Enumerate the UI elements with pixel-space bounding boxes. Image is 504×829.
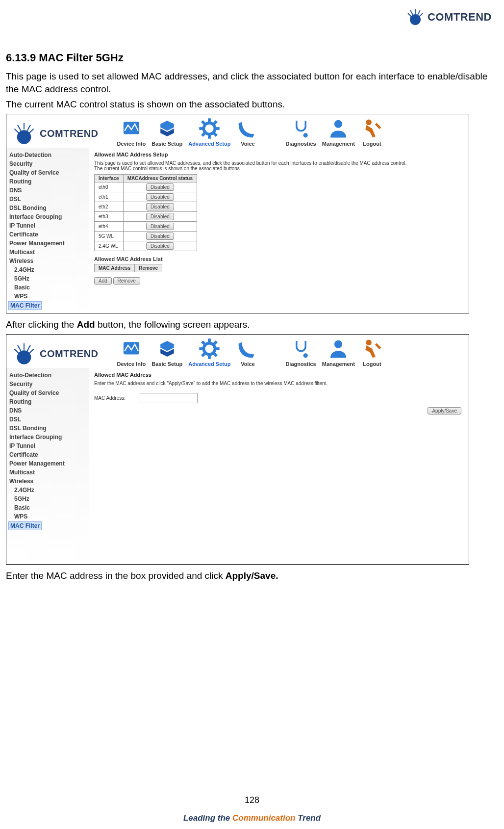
svg-line-40 (202, 353, 205, 356)
svg-line-38 (214, 353, 217, 356)
basic-setup-icon (156, 337, 178, 360)
top-nav: Device Info Basic Setup Advanced Setup V… (117, 337, 383, 367)
nav-device-info[interactable]: Device Info (117, 117, 146, 147)
svg-line-21 (202, 133, 205, 136)
nav-voice[interactable]: Voice (236, 337, 259, 367)
sidebar-item[interactable]: Multicast (8, 468, 87, 477)
app-header: COMTREND Device Info Basic Setup Advance… (6, 114, 469, 148)
nav-management[interactable]: Management (322, 337, 355, 367)
nav-logout[interactable]: Logout (361, 117, 383, 147)
sidebar-item[interactable]: WPS (8, 512, 87, 521)
sidebar-item[interactable]: DSL (8, 195, 87, 204)
nav-logout[interactable]: Logout (361, 337, 383, 367)
sidebar-item[interactable]: Certificate (8, 450, 87, 459)
sidebar-item-mac-filter[interactable]: MAC Filter (8, 301, 42, 310)
nav-diagnostics[interactable]: Diagnostics (285, 337, 316, 367)
remove-button[interactable]: Remove (113, 277, 140, 285)
status-button[interactable]: Disabled (146, 183, 174, 191)
sidebar-item[interactable]: Auto-Detection (8, 371, 87, 380)
sidebar-item[interactable]: Basic (8, 283, 87, 292)
sidebar-item[interactable]: Power Management (8, 459, 87, 468)
globe-icon (405, 7, 425, 27)
sidebar-item-mac-filter[interactable]: MAC Filter (8, 521, 42, 530)
diagnostics-icon (290, 117, 312, 140)
svg-line-39 (214, 341, 217, 344)
sidebar-item[interactable]: Quality of Service (8, 389, 87, 397)
sidebar-item[interactable]: Routing (8, 177, 87, 186)
sidebar-item[interactable]: 5GHz (8, 494, 87, 503)
nav-management[interactable]: Management (322, 117, 355, 147)
sidebar-item[interactable]: Wireless (8, 257, 87, 265)
sidebar-item[interactable]: 2.4GHz (8, 265, 87, 274)
sidebar-item[interactable]: 2.4GHz (8, 486, 87, 494)
mac-address-input[interactable] (140, 393, 198, 403)
th-status: MACAddress Control status (123, 174, 197, 182)
nav-voice[interactable]: Voice (236, 117, 259, 147)
logout-icon (361, 337, 383, 360)
sidebar-item[interactable]: Interface Grouping (8, 433, 87, 441)
management-icon (327, 337, 350, 360)
mac-address-label: MAC Address: (94, 395, 138, 401)
brand-text: COMTREND (428, 11, 492, 24)
nav-advanced-setup[interactable]: Advanced Setup (188, 337, 230, 367)
sidebar-item[interactable]: Quality of Service (8, 168, 87, 177)
apply-save-button[interactable]: Apply/Save (428, 407, 461, 414)
sidebar-item[interactable]: Security (8, 380, 87, 389)
table-row: 2.4G WLDisabled (95, 241, 197, 251)
app-brand: COMTREND (11, 121, 99, 147)
content-pane: Allowed MAC Address Enter the MAC addres… (89, 368, 469, 564)
nav-diagnostics[interactable]: Diagnostics (285, 117, 316, 147)
sidebar-item[interactable]: Certificate (8, 230, 87, 239)
svg-line-27 (29, 349, 33, 354)
sidebar-item[interactable]: Routing (8, 397, 87, 406)
sidebar: Auto-Detection Security Quality of Servi… (6, 368, 89, 564)
nav-basic-setup[interactable]: Basic Setup (151, 117, 182, 147)
list-heading: Allowed MAC Address List (94, 256, 464, 262)
nav-advanced-setup[interactable]: Advanced Setup (188, 117, 230, 147)
svg-line-11 (27, 125, 31, 131)
status-button[interactable]: Disabled (146, 233, 174, 240)
sidebar-item[interactable]: 5GHz (8, 274, 87, 283)
sidebar-item[interactable]: IP Tunnel (8, 441, 87, 450)
sidebar-item[interactable]: Power Management (8, 239, 87, 248)
table-row: 5G WLDisabled (95, 231, 197, 241)
advanced-setup-icon (198, 337, 221, 360)
nav-basic-setup[interactable]: Basic Setup (151, 337, 182, 367)
sidebar-item[interactable]: DNS (8, 406, 87, 415)
content-desc: This page is used to set allowed MAC add… (94, 160, 464, 166)
section-heading: 6.13.9 MAC Filter 5GHz (6, 52, 494, 64)
nav-device-info[interactable]: Device Info (117, 337, 146, 367)
mac-list-table: MAC AddressRemove (94, 264, 162, 272)
th-mac: MAC Address (95, 264, 135, 272)
globe-icon (11, 341, 37, 367)
brand-text: COMTREND (40, 348, 99, 360)
sidebar-item[interactable]: Interface Grouping (8, 212, 87, 221)
sidebar-item[interactable]: DNS (8, 186, 87, 195)
sidebar-item[interactable]: Auto-Detection (8, 151, 87, 159)
status-button[interactable]: Disabled (146, 213, 174, 220)
sidebar-item[interactable]: WPS (8, 292, 87, 301)
svg-point-42 (334, 340, 342, 348)
table-row: eth1Disabled (95, 192, 197, 202)
sidebar-item[interactable]: Security (8, 159, 87, 168)
logout-icon (361, 117, 383, 140)
status-button[interactable]: Disabled (146, 242, 174, 250)
sidebar-item[interactable]: DSL (8, 415, 87, 424)
basic-setup-icon (156, 117, 178, 140)
svg-line-19 (214, 133, 217, 136)
sidebar-item[interactable]: IP Tunnel (8, 221, 87, 230)
intro-paragraph-1: This page is used to set allowed MAC add… (6, 70, 494, 95)
sidebar-item[interactable]: Basic (8, 503, 87, 512)
sidebar-item[interactable]: DSL Bonding (8, 204, 87, 212)
status-button[interactable]: Disabled (146, 203, 174, 210)
sidebar-item[interactable]: Wireless (8, 477, 87, 486)
add-button[interactable]: Add (94, 277, 112, 285)
diagnostics-icon (290, 337, 312, 360)
sidebar-item[interactable]: DSL Bonding (8, 424, 87, 433)
svg-point-23 (334, 120, 342, 128)
sidebar-item[interactable]: Multicast (8, 248, 87, 257)
status-button[interactable]: Disabled (146, 223, 174, 230)
status-button[interactable]: Disabled (146, 193, 174, 201)
svg-line-2 (419, 13, 423, 17)
table-row: eth4Disabled (95, 221, 197, 231)
